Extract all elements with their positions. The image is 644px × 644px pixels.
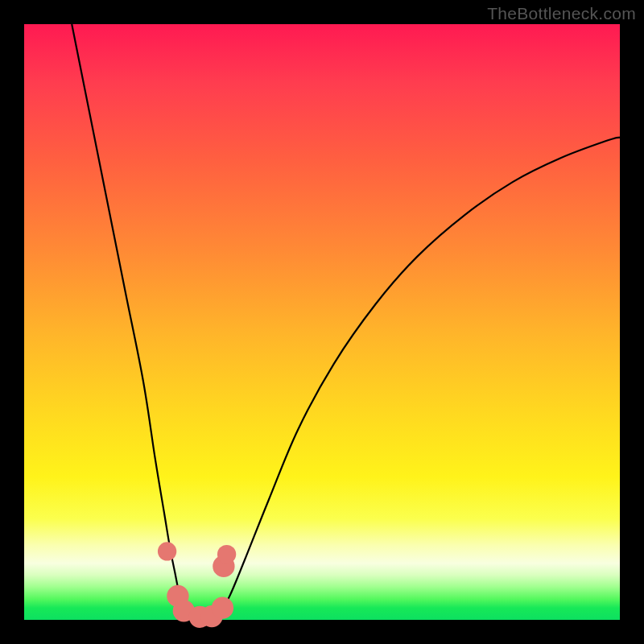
data-marker	[212, 597, 233, 619]
data-markers	[158, 542, 236, 628]
watermark-text: TheBottleneck.com	[487, 4, 636, 23]
plot-area	[24, 24, 620, 620]
curve-layer	[24, 24, 620, 620]
data-marker	[158, 542, 176, 560]
chart-frame: TheBottleneck.com	[0, 0, 644, 644]
bottleneck-curve	[72, 24, 620, 618]
data-marker	[217, 545, 236, 564]
